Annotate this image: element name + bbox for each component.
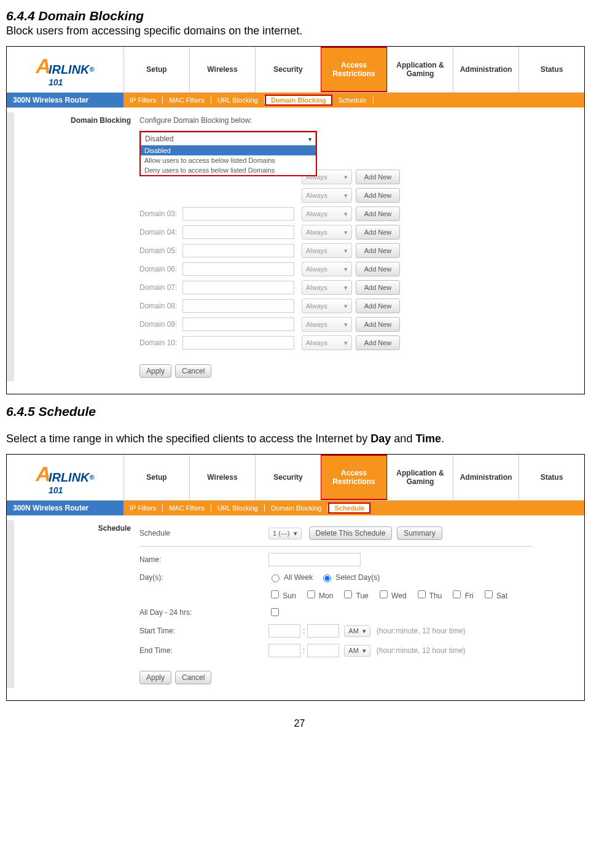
subtab-schedule[interactable]: Schedule	[332, 96, 374, 104]
start-ampm-select[interactable]: AM ▾	[344, 625, 370, 637]
domain-01-add-new-button[interactable]: Add New	[356, 170, 400, 184]
check-sat[interactable]	[485, 590, 493, 598]
domain-02-schedule-select[interactable]: Always▾	[302, 188, 352, 203]
apply-button[interactable]: Apply	[139, 364, 171, 378]
check-fri[interactable]	[453, 590, 461, 598]
domain-09-schedule-select[interactable]: Always▾	[302, 317, 352, 332]
subtab-url-blocking[interactable]: URL Blocking	[211, 96, 265, 104]
mode-dropdown[interactable]: Disabled ▾ Disabled Allow users to acces…	[139, 131, 317, 176]
domain-label-08: Domain 08:	[139, 302, 182, 310]
start-ampm-value: AM	[348, 627, 359, 635]
check-wed[interactable]	[380, 590, 388, 598]
name-input[interactable]	[268, 553, 361, 566]
subtab-ip-filters[interactable]: IP Filters	[123, 504, 163, 512]
domain-input-04[interactable]	[182, 225, 294, 239]
mode-option-disabled[interactable]: Disabled	[141, 146, 316, 155]
section-side-label: Domain Blocking	[14, 112, 139, 381]
domain-input-07[interactable]	[182, 281, 294, 294]
start-hour-input[interactable]	[268, 624, 300, 638]
tab-status[interactable]: Status	[519, 47, 584, 92]
domain-10-add-new-button[interactable]: Add New	[356, 335, 400, 350]
tab-status[interactable]: Status	[519, 455, 584, 500]
screenshot-schedule: A IRLINK ® 101 Setup Wireless Security A…	[6, 454, 585, 701]
domain-input-10[interactable]	[182, 336, 294, 350]
check-thu[interactable]	[418, 590, 426, 598]
tab-access-restrictions[interactable]: Access Restrictions	[321, 455, 387, 500]
mode-dropdown-selected[interactable]: Disabled ▾	[141, 132, 316, 146]
domain-input-09[interactable]	[182, 318, 294, 331]
end-minute-input[interactable]	[307, 644, 339, 657]
chevron-down-icon: ▾	[344, 247, 348, 255]
check-sun[interactable]	[271, 590, 279, 598]
domain-07-add-new-button[interactable]: Add New	[356, 280, 400, 295]
end-hour-input[interactable]	[268, 644, 300, 657]
schedule-day-checks-row: Sun Mon Tue Wed Thu Fri Sat	[139, 588, 533, 600]
tab-wireless[interactable]: Wireless	[189, 47, 255, 92]
all-day-checkbox[interactable]	[271, 608, 279, 616]
always-text: Always	[306, 229, 327, 236]
end-ampm-select[interactable]: AM ▾	[344, 645, 370, 657]
domain-row-07: Domain 07: Always▾ Add New	[139, 280, 400, 295]
domain-02-add-new-button[interactable]: Add New	[356, 188, 400, 203]
domain-input-05[interactable]	[182, 244, 294, 257]
domain-input-08[interactable]	[182, 299, 294, 313]
domain-04-schedule-select[interactable]: Always▾	[302, 225, 352, 240]
tab-application-gaming[interactable]: Application & Gaming	[387, 47, 453, 92]
airlink-logo-2: A IRLINK ® 101	[7, 455, 123, 500]
domain-08-add-new-button[interactable]: Add New	[356, 299, 400, 313]
section-side-label-schedule: Schedule	[14, 520, 139, 688]
domain-03-add-new-button[interactable]: Add New	[356, 206, 400, 221]
subtab-schedule[interactable]: Schedule	[328, 502, 370, 514]
select-days-radio[interactable]	[323, 574, 331, 582]
tab-setup[interactable]: Setup	[123, 47, 189, 92]
schedule-index-select[interactable]: 1 (---) ▾	[268, 528, 302, 539]
check-mon[interactable]	[307, 590, 315, 598]
end-time-label: End Time:	[139, 646, 268, 655]
mode-option-deny[interactable]: Deny users to access below listed Domain…	[141, 165, 316, 175]
subtab-domain-blocking[interactable]: Domain Blocking	[265, 504, 329, 512]
all-week-radio[interactable]	[272, 574, 280, 582]
domain-03-schedule-select[interactable]: Always▾	[302, 206, 352, 221]
domain-09-add-new-button[interactable]: Add New	[356, 317, 400, 332]
domain-07-schedule-select[interactable]: Always▾	[302, 280, 352, 295]
start-minute-input[interactable]	[307, 624, 339, 638]
tab-access-restrictions[interactable]: Access Restrictions	[321, 47, 387, 92]
domain-05-add-new-button[interactable]: Add New	[356, 243, 400, 258]
domain-04-add-new-button[interactable]: Add New	[356, 225, 400, 240]
tab-setup[interactable]: Setup	[123, 455, 189, 500]
start-time-label: Start Time:	[139, 627, 268, 635]
chevron-down-icon: ▾	[344, 192, 348, 200]
chevron-down-icon: ▾	[362, 627, 366, 635]
apply-button[interactable]: Apply	[139, 671, 171, 684]
tab-security[interactable]: Security	[255, 47, 321, 92]
delete-schedule-button[interactable]: Delete This Schedule	[309, 526, 393, 540]
tab-wireless[interactable]: Wireless	[189, 455, 255, 500]
summary-button[interactable]: Summary	[397, 526, 442, 540]
cancel-button[interactable]: Cancel	[175, 671, 211, 684]
chevron-down-icon: ▾	[344, 265, 348, 273]
chevron-down-icon: ▾	[344, 321, 348, 329]
tab-application-gaming[interactable]: Application & Gaming	[387, 455, 453, 500]
tab-administration[interactable]: Administration	[453, 455, 519, 500]
domain-input-03[interactable]	[182, 207, 294, 221]
subtab-mac-filters[interactable]: MAC Filters	[163, 504, 211, 512]
subtab-ip-filters[interactable]: IP Filters	[123, 96, 163, 104]
tab-security[interactable]: Security	[255, 455, 321, 500]
cancel-button[interactable]: Cancel	[175, 364, 211, 378]
check-tue[interactable]	[344, 590, 352, 598]
schedule-body: Schedule 1 (---) ▾ Delete This Schedule …	[139, 520, 533, 688]
subtab-mac-filters[interactable]: MAC Filters	[163, 96, 211, 104]
domain-input-06[interactable]	[182, 262, 294, 276]
domain-10-schedule-select[interactable]: Always▾	[302, 335, 352, 350]
day-sun: Sun	[283, 592, 296, 600]
select-days-text: Select Day(s)	[335, 573, 380, 582]
domain-06-schedule-select[interactable]: Always▾	[302, 262, 352, 276]
domain-05-schedule-select[interactable]: Always▾	[302, 243, 352, 258]
subtab-url-blocking[interactable]: URL Blocking	[211, 504, 265, 512]
mode-option-allow[interactable]: Allow users to access below listed Domai…	[141, 155, 316, 165]
tab-administration[interactable]: Administration	[453, 47, 519, 92]
domain-06-add-new-button[interactable]: Add New	[356, 262, 400, 276]
schedule-label: Schedule	[139, 529, 268, 538]
subtab-domain-blocking[interactable]: Domain Blocking	[265, 95, 332, 106]
domain-08-schedule-select[interactable]: Always▾	[302, 299, 352, 313]
